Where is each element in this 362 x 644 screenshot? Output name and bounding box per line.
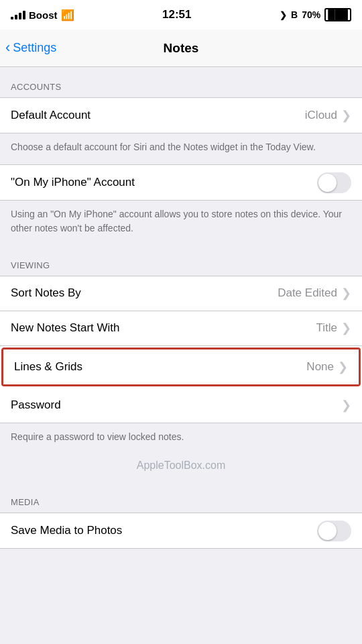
lines-grids-chevron-icon: ❯ <box>338 360 348 374</box>
save-media-row: Save Media to Photos <box>0 513 362 548</box>
bluetooth-icon: B <box>291 9 298 20</box>
on-my-iphone-toggle[interactable] <box>317 172 351 193</box>
viewing-section-label: VIEWING <box>0 246 362 276</box>
back-label: Settings <box>13 41 56 55</box>
default-account-value: iCloud <box>305 109 337 122</box>
lines-grids-highlight-container: Lines & Grids None ❯ <box>1 347 361 386</box>
accounts-section: ACCOUNTS Default Account iCloud ❯ Choose… <box>0 67 362 246</box>
page-title: Notes <box>164 41 199 56</box>
password-chevron-icon: ❯ <box>341 398 351 413</box>
status-time: 12:51 <box>162 8 191 21</box>
accounts-section-label: ACCOUNTS <box>0 67 362 97</box>
sort-notes-label: Sort Notes By <box>11 286 278 300</box>
on-my-iphone-row: "On My iPhone" Account <box>0 165 362 200</box>
nav-bar: ‹ Settings Notes <box>0 30 362 67</box>
toggle-knob <box>318 174 337 192</box>
lines-grids-row[interactable]: Lines & Grids None ❯ <box>3 350 359 384</box>
on-my-iphone-card-group: "On My iPhone" Account <box>0 164 362 201</box>
save-media-toggle[interactable] <box>317 521 351 541</box>
new-notes-chevron-icon: ❯ <box>341 321 351 335</box>
new-notes-value: Title <box>316 321 338 335</box>
password-label: Password <box>11 398 341 412</box>
on-my-iphone-description: Using an "On My iPhone" account allows y… <box>0 201 362 246</box>
default-account-chevron-icon: ❯ <box>341 108 351 123</box>
media-section: MEDIA Save Media to Photos <box>0 482 362 549</box>
battery-label: 70% <box>302 9 320 20</box>
lines-grids-label: Lines & Grids <box>14 360 306 374</box>
watermark: AppleToolBox.com <box>0 454 362 482</box>
location-icon: ❯ <box>280 10 287 20</box>
status-left: Boost 📶 <box>11 9 74 21</box>
back-button[interactable]: ‹ Settings <box>5 41 56 55</box>
sort-notes-chevron-icon: ❯ <box>341 286 351 301</box>
default-account-label: Default Account <box>11 109 305 122</box>
sort-notes-value: Date Edited <box>278 286 337 300</box>
password-row[interactable]: Password ❯ <box>0 388 362 423</box>
status-right: ❯ B 70% ███ <box>280 8 351 21</box>
accounts-card-group: Default Account iCloud ❯ <box>0 97 362 133</box>
viewing-card-group: Sort Notes By Date Edited ❯ New Notes St… <box>0 276 362 423</box>
default-account-description: Choose a default account for Siri and th… <box>0 133 362 164</box>
new-notes-label: New Notes Start With <box>11 321 316 335</box>
save-media-label: Save Media to Photos <box>11 524 317 537</box>
save-media-knob <box>318 522 337 540</box>
wifi-icon: 📶 <box>61 9 74 21</box>
password-description: Require a password to view locked notes. <box>0 423 362 454</box>
default-account-row[interactable]: Default Account iCloud ❯ <box>0 98 362 133</box>
status-bar: Boost 📶 12:51 ❯ B 70% ███ <box>0 0 362 30</box>
back-chevron-icon: ‹ <box>5 40 10 55</box>
sort-notes-row[interactable]: Sort Notes By Date Edited ❯ <box>0 276 362 311</box>
on-my-iphone-label: "On My iPhone" Account <box>11 176 317 189</box>
media-section-label: MEDIA <box>0 482 362 513</box>
new-notes-row[interactable]: New Notes Start With Title ❯ <box>0 311 362 346</box>
signal-icon <box>11 11 25 19</box>
media-card-group: Save Media to Photos <box>0 513 362 549</box>
viewing-section: VIEWING Sort Notes By Date Edited ❯ New … <box>0 246 362 454</box>
lines-grids-value: None <box>306 360 334 374</box>
battery-icon: ███ <box>324 8 351 21</box>
carrier-label: Boost <box>29 9 58 21</box>
